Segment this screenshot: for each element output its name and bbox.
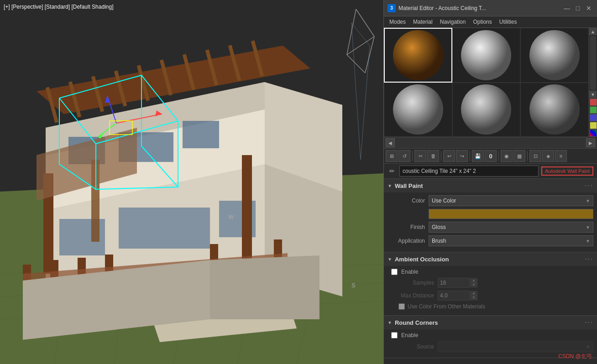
side-palette-btn-2[interactable]: [590, 106, 597, 114]
round-corners-header[interactable]: ▼ Round Corners ···: [384, 316, 597, 329]
rc-enable-label: Enable: [401, 332, 418, 338]
toolbar-options-btn[interactable]: ⊡: [529, 150, 541, 162]
viewport-w-label: W: [228, 213, 234, 220]
nav-prev-arrow[interactable]: ◀: [386, 138, 395, 147]
main-toolbar: ⊞ ↺ ✂ 🗑 ↩ ↪ 💾 0 ◉ ▦ ⊡ ◈ ≡: [384, 149, 597, 164]
side-palette-btn-5[interactable]: [590, 130, 597, 137]
viewport-s-label: S: [351, 282, 356, 289]
ao-maxdist-down[interactable]: ▼: [470, 296, 477, 300]
color-dropdown-arrow: ▼: [586, 198, 590, 203]
application-prop-row: Application Brush ▼: [388, 235, 593, 246]
ao-arrow: ▼: [388, 257, 392, 262]
side-palette-btn-4[interactable]: [590, 122, 597, 129]
dropper-icon[interactable]: ✏: [388, 166, 397, 176]
ao-maxdist-arrows: ▲ ▼: [470, 291, 477, 300]
svg-marker-46: [210, 255, 319, 319]
toolbar-save-btn[interactable]: 💾: [472, 150, 484, 162]
toolbar-get-material-btn[interactable]: ⊞: [386, 150, 398, 162]
watermark: CSDN @乞丐.: [558, 353, 593, 360]
ao-samples-input[interactable]: [438, 278, 470, 288]
application-dropdown[interactable]: Brush ▼: [429, 235, 593, 246]
menu-material[interactable]: Material: [409, 17, 436, 26]
toolbar-sep-5: [527, 151, 528, 161]
ao-enable-checkbox[interactable]: [391, 269, 398, 275]
ao-samples-down[interactable]: ▼: [470, 283, 477, 287]
menu-utilities[interactable]: Utilities: [496, 17, 521, 26]
sphere-navigation: ◀ ▶: [384, 137, 597, 149]
menu-modes[interactable]: Modes: [386, 17, 409, 26]
toolbar-undo-btn[interactable]: ↩: [443, 150, 455, 162]
rc-source-control: ▼: [438, 341, 593, 352]
ao-samples-control: ▲ ▼: [438, 278, 477, 288]
ao-maxdist-row: Max Distance ▲ ▼: [388, 291, 593, 301]
ao-usecolor-checkbox[interactable]: [398, 303, 405, 310]
svg-point-65: [393, 84, 443, 135]
rc-enable-row: Enable: [388, 332, 593, 338]
finish-label: Finish: [388, 224, 429, 230]
color-label: Color: [388, 198, 429, 204]
side-palette-btn-1[interactable]: [590, 99, 597, 106]
finish-prop-row: Finish Gloss ▼: [388, 222, 593, 233]
nav-next-arrow[interactable]: ▶: [586, 138, 595, 147]
maximize-button[interactable]: □: [573, 4, 582, 13]
toolbar-sep-2: [441, 151, 441, 161]
properties-panel: ▼ Wall Paint ··· Color Use Color ▼: [384, 179, 597, 364]
close-button[interactable]: ✕: [584, 4, 593, 13]
ambient-occlusion-header[interactable]: ▼ Ambient Occlusion ···: [384, 252, 597, 266]
finish-dropdown[interactable]: Gloss ▼: [429, 222, 593, 233]
toolbar-zero-btn[interactable]: 0: [485, 150, 497, 162]
wall-paint-header[interactable]: ▼ Wall Paint ···: [384, 179, 597, 192]
material-name-input[interactable]: [399, 166, 539, 177]
viewport[interactable]: [+] [Perspective] [Standard] [Default Sh…: [0, 0, 383, 364]
toolbar-redo-btn[interactable]: ↪: [456, 150, 468, 162]
sphere-grid: [384, 28, 589, 137]
minimize-button[interactable]: —: [562, 4, 571, 13]
ao-maxdist-control: ▲ ▼: [438, 291, 477, 301]
rc-enable-checkbox[interactable]: [391, 332, 398, 338]
svg-point-66: [461, 84, 511, 135]
toolbar-options2-btn[interactable]: ◈: [542, 150, 554, 162]
menu-navigation[interactable]: Navigation: [436, 17, 470, 26]
menu-options[interactable]: Options: [469, 17, 495, 26]
scroll-up-arrow[interactable]: ▲: [589, 28, 597, 35]
toolbar-cut-btn[interactable]: ✂: [414, 150, 426, 162]
sphere-cell-1[interactable]: [452, 28, 521, 83]
sphere-cell-3[interactable]: [384, 83, 452, 137]
ao-dots: ···: [585, 255, 593, 263]
side-palette-btn-3[interactable]: [590, 114, 597, 121]
finish-dropdown-arrow: ▼: [586, 225, 590, 230]
sphere-cell-0[interactable]: [384, 28, 452, 83]
color-swatch[interactable]: [429, 209, 593, 219]
wall-paint-section: ▼ Wall Paint ··· Color Use Color ▼: [384, 179, 597, 252]
sphere-cell-2[interactable]: [520, 28, 589, 83]
sphere-cell-4[interactable]: [452, 83, 521, 137]
ao-samples-row: Samples ▲ ▼: [388, 278, 593, 288]
viewport-label: [+] [Perspective] [Standard] [Default Sh…: [4, 4, 113, 10]
finish-control: Gloss ▼: [429, 222, 593, 233]
scroll-down-arrow[interactable]: ▼: [589, 91, 597, 98]
ao-usecolor-row: Use Color From Other Materials: [388, 303, 593, 310]
toolbar-list-btn[interactable]: ≡: [555, 150, 567, 162]
window-title: Material Editor - Acoustic Ceiling T...: [398, 5, 560, 11]
toolbar-sphere-btn[interactable]: ◉: [501, 150, 513, 162]
toolbar-grid-btn[interactable]: ▦: [513, 150, 525, 162]
menu-bar: Modes Material Navigation Options Utilit…: [384, 16, 597, 28]
rc-title: Round Corners: [395, 319, 438, 326]
ao-samples-up[interactable]: ▲: [470, 278, 477, 283]
ao-maxdist-up[interactable]: ▲: [470, 291, 477, 296]
ao-maxdist-input[interactable]: [438, 291, 470, 301]
app-icon: 3: [388, 4, 396, 12]
rc-arrow: ▼: [388, 320, 392, 325]
autodesk-material-badge[interactable]: Autodesk Wall Paint: [541, 166, 593, 176]
sphere-cell-5[interactable]: [520, 83, 589, 137]
toolbar-delete-btn[interactable]: 🗑: [427, 150, 439, 162]
rc-dots: ···: [585, 318, 593, 327]
color-dropdown[interactable]: Use Color ▼: [429, 195, 593, 206]
svg-rect-30: [119, 208, 210, 249]
toolbar-reset-btn[interactable]: ↺: [398, 150, 410, 162]
wall-paint-dots: ···: [585, 182, 593, 190]
ambient-occlusion-section: ▼ Ambient Occlusion ··· Enable Samples ▲: [384, 252, 597, 316]
color-swatch-row: [388, 209, 593, 219]
rc-source-arrow: ▼: [586, 344, 590, 349]
rc-source-dropdown[interactable]: ▼: [438, 341, 593, 352]
